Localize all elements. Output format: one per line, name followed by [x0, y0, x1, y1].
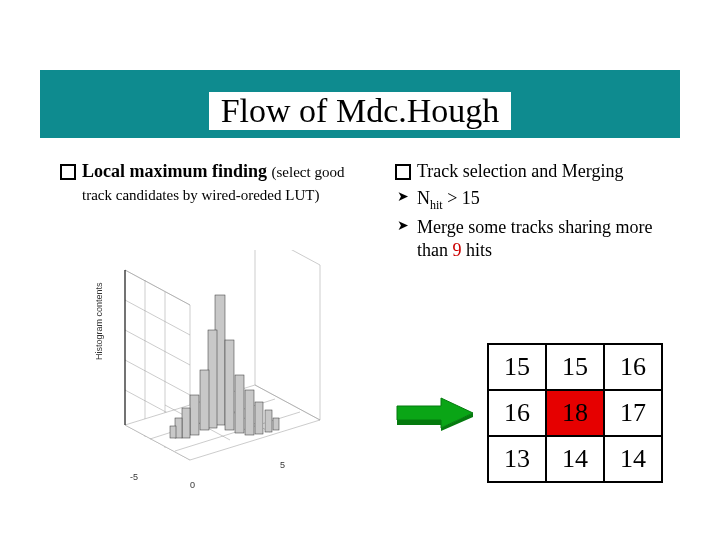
svg-text:-5: -5	[130, 472, 138, 482]
table-row: 15 15 16	[488, 344, 662, 390]
grid-cell: 14	[546, 436, 604, 482]
svg-text:0: 0	[190, 480, 195, 490]
grid-cell: 13	[488, 436, 546, 482]
arrow-icon	[395, 395, 475, 431]
left-heading-bold: Local maximum finding	[82, 161, 272, 181]
grid-cell: 14	[604, 436, 662, 482]
grid-cell: 17	[604, 390, 662, 436]
rule2-count: 9	[453, 240, 462, 260]
rule2-post: hits	[462, 240, 493, 260]
svg-rect-27	[273, 418, 279, 430]
svg-rect-25	[265, 410, 272, 432]
rule1-post: > 15	[443, 188, 480, 208]
plot-ylabel: Histogram contents	[94, 282, 104, 360]
slide-title: Flow of Mdc.Hough	[209, 92, 512, 130]
right-heading-text: Track selection and Merging	[417, 161, 623, 181]
svg-rect-18	[200, 370, 209, 430]
svg-rect-26	[170, 426, 176, 438]
svg-text:5: 5	[280, 460, 285, 470]
title-overlay: Flow of Mdc.Hough	[0, 92, 720, 130]
svg-rect-20	[190, 395, 199, 435]
table-row: 13 14 14	[488, 436, 662, 482]
svg-rect-16	[208, 330, 217, 428]
grid-cell: 16	[488, 390, 546, 436]
grid-cell: 15	[546, 344, 604, 390]
histogram-svg: Histogram contents -5 0 5	[90, 250, 340, 495]
svg-rect-17	[225, 340, 234, 430]
svg-marker-32	[397, 420, 441, 425]
right-rule1: Nhit > 15	[395, 187, 680, 213]
grid-cell: 16	[604, 344, 662, 390]
left-bullets: Local maximum finding (select good track…	[60, 160, 345, 205]
grid-cell: 15	[488, 344, 546, 390]
histogram-3d-plot: Histogram contents -5 0 5	[90, 250, 340, 495]
table-row: 16 18 17	[488, 390, 662, 436]
slide: Flow of Mdc.Hough Local maximum finding …	[0, 0, 720, 540]
rule1-sub: hit	[430, 197, 443, 211]
right-heading: Track selection and Merging	[395, 160, 680, 183]
right-column: Track selection and Merging Nhit > 15 Me…	[395, 160, 680, 265]
svg-rect-21	[245, 390, 254, 435]
rule1-pre: N	[417, 188, 430, 208]
svg-rect-22	[182, 408, 190, 438]
right-bullets: Track selection and Merging Nhit > 15 Me…	[395, 160, 680, 261]
svg-rect-19	[235, 375, 244, 433]
left-heading: Local maximum finding (select good track…	[60, 160, 345, 205]
peak-grid: 15 15 16 16 18 17 13 14 14	[487, 343, 663, 483]
svg-rect-23	[255, 402, 263, 434]
plot-ylabel-text: Histogram contents	[94, 282, 104, 360]
grid-cell-peak: 18	[546, 390, 604, 436]
right-rule2: Merge some tracks sharing more than 9 hi…	[395, 216, 680, 261]
